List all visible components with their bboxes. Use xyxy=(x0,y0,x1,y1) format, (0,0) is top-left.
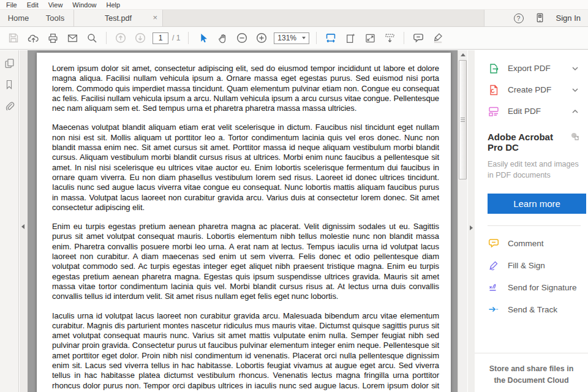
chevron-up-icon xyxy=(571,107,579,116)
fill-sign-icon xyxy=(488,259,500,271)
tool-label: Edit PDF xyxy=(508,107,541,116)
fit-width-button[interactable] xyxy=(323,30,339,46)
chevron-down-icon xyxy=(571,86,579,94)
toolbar-divider xyxy=(106,32,107,44)
scrollbar-thumb[interactable] xyxy=(459,60,467,179)
chevron-down-icon xyxy=(302,37,306,39)
bookmarks-icon[interactable] xyxy=(2,78,16,91)
tab-home[interactable]: Home xyxy=(0,10,37,26)
find-button[interactable] xyxy=(84,30,100,46)
pro-dc-badge-icon xyxy=(570,132,579,141)
print-button[interactable] xyxy=(45,30,61,46)
help-icon[interactable]: ? xyxy=(514,13,524,23)
collapse-right-arrow-icon[interactable] xyxy=(470,225,473,230)
email-icon xyxy=(67,32,78,44)
export-pdf-icon xyxy=(488,62,500,75)
tool-label: Send & Track xyxy=(508,305,557,314)
zoom-in-button[interactable] xyxy=(254,30,270,46)
tab-document[interactable]: Test.pdf × xyxy=(74,10,163,26)
tab-tools[interactable]: Tools xyxy=(37,10,74,26)
promo-title: Adobe Acrobat Pro DC xyxy=(488,132,570,153)
scrollbar-grip xyxy=(461,118,465,122)
tool-label: Create PDF xyxy=(508,85,551,94)
menu-view[interactable]: View xyxy=(43,1,68,9)
comment-bubble-icon xyxy=(488,237,500,249)
triangle-up-icon xyxy=(461,53,466,56)
comment-tool-button[interactable] xyxy=(410,30,426,46)
menu-file[interactable]: File xyxy=(1,1,22,9)
paragraph: Lorem ipsum dolor sit amet, consectetur … xyxy=(52,64,439,113)
select-tool-button[interactable] xyxy=(195,30,211,46)
tool-label: Fill & Sign xyxy=(508,261,545,270)
tool-create-pdf[interactable]: Create PDF xyxy=(475,79,588,100)
edit-pdf-icon xyxy=(488,105,500,118)
tool-send-track[interactable]: Send & Track xyxy=(475,298,588,320)
chevron-down-icon xyxy=(571,64,579,73)
page-number-input[interactable] xyxy=(153,32,168,44)
tab-bar-right: ? Sign In xyxy=(484,10,588,26)
tool-fill-sign[interactable]: Fill & Sign xyxy=(475,254,588,276)
tab-group-left: Home Tools xyxy=(0,10,74,26)
close-icon[interactable]: × xyxy=(153,13,157,23)
acrobat-pro-promo: Adobe Acrobat Pro DC Easily edit text an… xyxy=(475,122,588,226)
tool-export-pdf[interactable]: Export PDF xyxy=(475,58,588,79)
toolbar-dropdown-button[interactable] xyxy=(382,30,398,46)
highlight-tool-button[interactable] xyxy=(430,30,446,46)
fullscreen-icon xyxy=(364,32,376,44)
hand-tool-icon xyxy=(217,32,228,44)
create-pdf-icon xyxy=(488,84,500,96)
navigation-rail xyxy=(0,50,19,392)
paragraph: Enim eu turpis egestas pretium aenean ph… xyxy=(52,222,439,301)
zoom-in-icon xyxy=(255,32,268,44)
tool-label: Comment xyxy=(508,239,544,248)
save-icon xyxy=(8,32,19,43)
vertical-scrollbar[interactable] xyxy=(458,50,467,392)
page-thumbnails-icon[interactable] xyxy=(2,56,16,70)
send-track-icon xyxy=(488,303,500,315)
share-upload-button[interactable] xyxy=(25,30,41,46)
menu-help[interactable]: Help xyxy=(101,1,125,9)
tool-send-for-signature[interactable]: Send for Signature xyxy=(475,276,588,298)
previous-page-icon xyxy=(115,32,127,44)
tool-comment[interactable]: Comment xyxy=(475,232,588,254)
toolbar-divider xyxy=(316,32,317,44)
right-panel-collapse-strip xyxy=(468,50,475,392)
collapse-left-arrow-icon[interactable] xyxy=(21,224,24,229)
menu-window[interactable]: Window xyxy=(67,1,101,9)
pdf-page: Lorem ipsum dolor sit amet, consectetur … xyxy=(37,53,451,392)
paragraph: Iaculis urna id volutpat lacus laoreet n… xyxy=(52,311,439,392)
sign-in-button[interactable]: Sign In xyxy=(556,13,581,23)
tool-label: Send for Signature xyxy=(508,283,577,292)
learn-more-button[interactable]: Learn more xyxy=(488,194,586,214)
toolbar-divider xyxy=(188,32,189,44)
page-count-label: / 1 xyxy=(172,34,180,42)
menu-edit[interactable]: Edit xyxy=(22,1,43,9)
comment-icon xyxy=(412,32,424,44)
send-signature-icon xyxy=(488,281,500,293)
zoom-out-button[interactable] xyxy=(234,30,250,46)
zoom-level-dropdown[interactable]: 131% xyxy=(274,32,309,44)
save-button[interactable] xyxy=(6,30,21,46)
mobile-device-icon[interactable] xyxy=(535,13,545,23)
tab-document-label: Test.pdf xyxy=(105,14,132,23)
fullscreen-button[interactable] xyxy=(362,30,378,46)
tab-bar: Home Tools Test.pdf × ? Sign In xyxy=(0,10,588,27)
reading-mode-button[interactable] xyxy=(342,30,358,46)
toolbar-divider xyxy=(404,32,404,44)
reading-mode-icon xyxy=(345,32,356,44)
print-icon xyxy=(47,32,59,44)
zoom-out-icon xyxy=(236,32,248,44)
attachments-icon[interactable] xyxy=(2,99,16,113)
document-canvas: Lorem ipsum dolor sit amet, consectetur … xyxy=(20,50,458,392)
upload-cloud-icon xyxy=(28,32,39,44)
paragraph: Maecenas volutpat blandit aliquam etiam … xyxy=(52,123,439,213)
next-page-button[interactable] xyxy=(132,30,148,46)
hand-tool-button[interactable] xyxy=(214,30,230,46)
zoom-level-value: 131% xyxy=(277,34,296,42)
fit-width-icon xyxy=(325,32,337,44)
tool-edit-pdf[interactable]: Edit PDF xyxy=(475,100,588,122)
scroll-up-button[interactable] xyxy=(458,50,467,59)
tool-label: Export PDF xyxy=(508,64,551,73)
previous-page-button[interactable] xyxy=(113,30,129,46)
email-button[interactable] xyxy=(64,30,80,46)
